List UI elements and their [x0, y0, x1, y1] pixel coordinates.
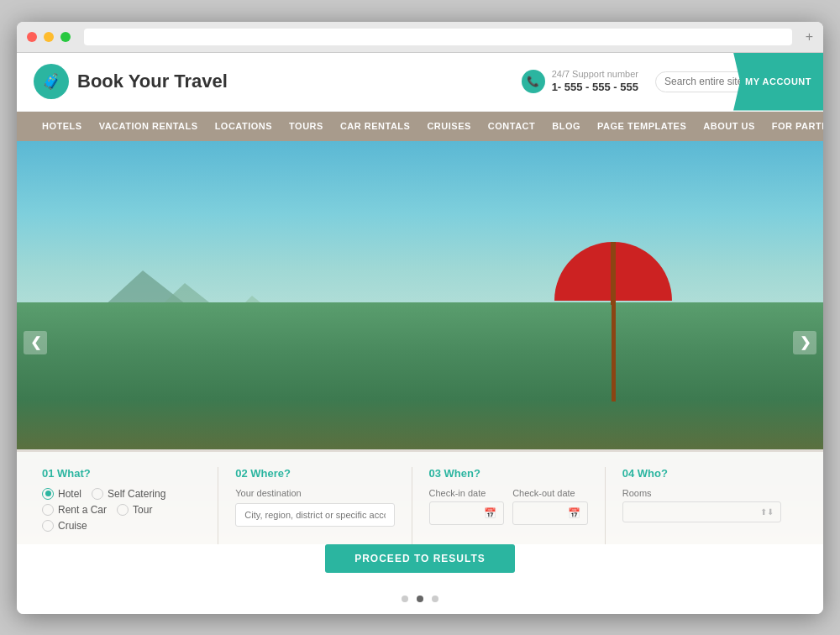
checkin-label: Check-in date: [429, 488, 505, 498]
form-when-title: 03 When?: [429, 467, 588, 480]
dot-3[interactable]: [432, 596, 438, 602]
form-where-title: 02 Where?: [235, 467, 394, 480]
support-number: 1- 555 - 555 - 555: [552, 81, 638, 95]
support-label: 24/7 Support number: [552, 68, 638, 80]
form-num-3: 03: [429, 467, 441, 480]
logo-area: 🧳 Book Your Travel: [34, 64, 522, 99]
browser-maximize-dot[interactable]: [60, 32, 71, 42]
dot-1[interactable]: [402, 596, 408, 602]
proceed-row: PROCEED TO RESULTS: [17, 544, 823, 585]
nav-item-contact[interactable]: CONTACT: [480, 121, 543, 131]
radio-hotel-circle: [42, 488, 54, 500]
radio-cruise[interactable]: Cruise: [42, 520, 87, 532]
dot-2[interactable]: [417, 596, 423, 602]
nav-item-hotels[interactable]: HOTELS: [34, 121, 91, 131]
checkout-group: Check-out date 📅: [512, 488, 588, 525]
form-num-2: 02: [235, 467, 247, 480]
rooms-label: Rooms: [622, 488, 781, 498]
phone-icon: 📞: [522, 70, 545, 93]
what-radio-row-2: Rent a Car Tour: [42, 504, 201, 516]
nav-item-tours[interactable]: TOURS: [281, 121, 332, 131]
nav-item-for-partners[interactable]: FOR PARTNERS: [764, 121, 823, 131]
nav-item-about-us[interactable]: ABOUT US: [695, 121, 763, 131]
what-radio-group: Hotel Self Catering Rent a Car: [42, 488, 201, 532]
logo-text: Book Your Travel: [77, 71, 228, 92]
form-section-what: 01 What? Hotel Self Catering: [42, 467, 218, 544]
nav-item-vacation-rentals[interactable]: VACATION RENTALS: [91, 121, 207, 131]
nav-item-page-templates[interactable]: PAGE TEMPLATES: [589, 121, 695, 131]
form-who-title: 04 Who?: [622, 467, 781, 480]
nav-item-blog[interactable]: BLOG: [543, 121, 589, 131]
nav-item-cruises[interactable]: CRUISES: [418, 121, 479, 131]
form-num-4: 04: [622, 467, 634, 480]
nav-item-locations[interactable]: LOCATIONS: [207, 121, 281, 131]
checkin-calendar-icon: 📅: [484, 507, 496, 519]
checkin-field[interactable]: 📅: [429, 501, 505, 525]
radio-hotel[interactable]: Hotel: [42, 488, 81, 500]
my-account-button[interactable]: MY ACCOUNT: [733, 53, 823, 111]
support-info: 📞 24/7 Support number 1- 555 - 555 - 555: [522, 68, 638, 94]
rooms-select[interactable]: ⬆⬇: [622, 501, 781, 522]
browser-address-bar[interactable]: [84, 29, 792, 45]
checkout-field[interactable]: 📅: [512, 501, 588, 525]
form-when-label: When?: [444, 467, 480, 480]
radio-rent-car-circle: [42, 504, 54, 516]
form-section-who: 04 Who? Rooms ⬆⬇: [606, 467, 798, 544]
browser-chrome: +: [17, 22, 823, 53]
browser-minimize-dot[interactable]: [44, 32, 54, 42]
form-who-label: Who?: [638, 467, 668, 480]
form-where-label: Where?: [250, 467, 291, 480]
what-radio-row-1: Hotel Self Catering: [42, 488, 201, 500]
site-navigation: HOTELSVACATION RENTALSLOCATIONSTOURSCAR …: [17, 112, 823, 141]
date-inputs: Check-in date 📅 Check-out date 📅: [429, 488, 588, 525]
carousel-prev-button[interactable]: ❮: [24, 331, 47, 354]
what-radio-row-3: Cruise: [42, 520, 201, 532]
form-what-title: 01 What?: [42, 467, 201, 480]
hero-section: ❮ ❯ 01 What? Hotel: [17, 141, 823, 544]
radio-tour[interactable]: Tour: [117, 504, 152, 516]
dots-indicator: [17, 585, 823, 614]
proceed-button[interactable]: PROCEED TO RESULTS: [325, 544, 515, 573]
form-section-when: 03 When? Check-in date 📅 Check-out date …: [412, 467, 606, 544]
radio-rent-car-label: Rent a Car: [58, 504, 107, 516]
form-section-where: 02 Where? Your destination: [218, 467, 412, 544]
checkin-group: Check-in date 📅: [429, 488, 505, 525]
destination-input[interactable]: [235, 503, 394, 527]
browser-new-tab[interactable]: +: [806, 29, 813, 45]
radio-self-catering[interactable]: Self Catering: [92, 488, 165, 500]
radio-tour-label: Tour: [133, 504, 152, 516]
radio-tour-circle: [117, 504, 129, 516]
form-num-1: 01: [42, 467, 54, 480]
radio-self-catering-circle: [92, 488, 103, 500]
logo-icon: 🧳: [34, 64, 69, 99]
umbrella-top: [554, 242, 672, 301]
rooms-arrow-icon: ⬆⬇: [760, 507, 774, 517]
radio-cruise-label: Cruise: [58, 520, 87, 532]
nav-item-car-rentals[interactable]: CAR RENTALS: [332, 121, 419, 131]
support-text: 24/7 Support number 1- 555 - 555 - 555: [552, 68, 638, 94]
carousel-next-button[interactable]: ❯: [793, 331, 816, 354]
destination-label: Your destination: [235, 488, 394, 498]
form-what-label: What?: [57, 467, 91, 480]
radio-cruise-circle: [42, 520, 54, 532]
checkout-calendar-icon: 📅: [568, 507, 580, 519]
umbrella-pole: [612, 301, 616, 401]
umbrella-decoration: [554, 242, 672, 401]
site-header: 🧳 Book Your Travel 📞 24/7 Support number…: [17, 53, 823, 112]
radio-rent-a-car[interactable]: Rent a Car: [42, 504, 107, 516]
radio-self-catering-label: Self Catering: [108, 488, 165, 500]
checkout-label: Check-out date: [512, 488, 588, 498]
search-form: 01 What? Hotel Self Catering: [17, 449, 823, 544]
radio-hotel-label: Hotel: [58, 488, 81, 500]
browser-close-dot[interactable]: [27, 32, 37, 42]
